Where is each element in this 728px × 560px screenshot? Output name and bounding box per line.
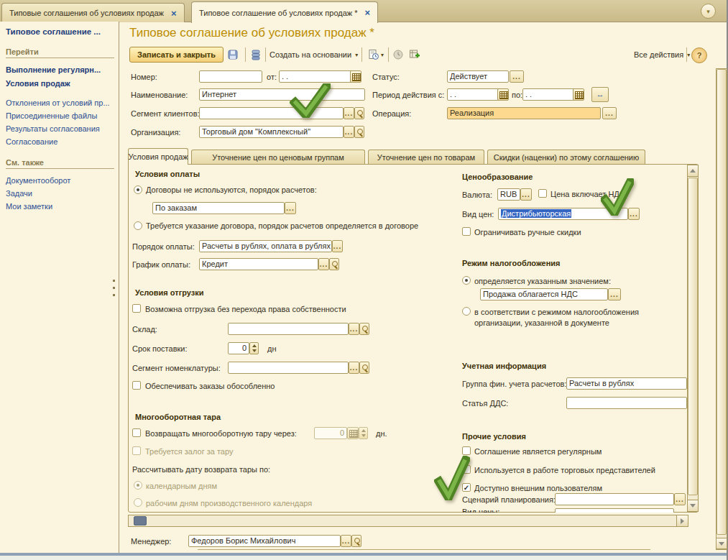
horizontal-scroll-thumb[interactable] bbox=[134, 516, 147, 525]
planning-scenario-select-button[interactable]: ... bbox=[674, 493, 686, 505]
organization-input[interactable]: Торговый дом "Комплексный" bbox=[199, 126, 344, 138]
no-contracts-radio[interactable] bbox=[134, 185, 142, 194]
sidebar-item-approval[interactable]: Согласование bbox=[6, 135, 119, 148]
delivery-term-input[interactable]: 0 bbox=[228, 342, 249, 354]
nomenclature-segment-open-button[interactable] bbox=[359, 362, 369, 374]
organization-select-button[interactable]: ... bbox=[344, 126, 354, 138]
fin-group-input[interactable]: Расчеты в рублях bbox=[566, 377, 687, 390]
all-actions-button[interactable]: Все действия ▾ bbox=[634, 47, 690, 63]
save-icon[interactable] bbox=[224, 47, 241, 63]
operation-select-button[interactable]: ... bbox=[602, 107, 617, 119]
window-tab-list[interactable]: Типовые соглашения об условиях продаж × bbox=[1, 3, 185, 22]
sales-reps-checkbox[interactable] bbox=[462, 465, 471, 474]
tab-discounts[interactable]: Скидки (наценки) по этому соглашению bbox=[487, 150, 645, 165]
save-and-close-button[interactable]: Записать и закрыть bbox=[129, 47, 224, 63]
manager-select-button[interactable]: ... bbox=[341, 535, 351, 547]
calendar-days-radio[interactable] bbox=[134, 481, 142, 490]
form-scroll-down-button[interactable] bbox=[716, 538, 727, 549]
payment-schedule-open-button[interactable] bbox=[329, 258, 339, 270]
calculator-button[interactable] bbox=[347, 427, 359, 439]
sidebar-item-deviations[interactable]: Отклонения от условий пр... bbox=[6, 96, 119, 109]
external-users-checkbox[interactable]: ✓ bbox=[462, 483, 471, 492]
settlement-order-input[interactable]: По заказам bbox=[152, 202, 285, 214]
panel-horizontal-scrollbar[interactable] bbox=[128, 515, 688, 527]
planning-scenario-input[interactable] bbox=[555, 493, 674, 505]
sidebar-item-sale-conditions[interactable]: Условия продаж bbox=[6, 77, 119, 91]
dds-item-input[interactable] bbox=[566, 397, 687, 409]
tax-value-input[interactable]: Продажа облагается НДС bbox=[480, 288, 608, 300]
payment-schedule-input[interactable]: Кредит bbox=[199, 258, 318, 270]
client-segment-select-button[interactable]: ... bbox=[344, 107, 354, 119]
status-input[interactable]: Действует bbox=[447, 70, 509, 83]
sidebar-item-regular-actions[interactable]: Выполнение регулярн... bbox=[6, 63, 119, 77]
help-button[interactable]: ? bbox=[691, 47, 707, 63]
scroll-right-button[interactable] bbox=[676, 515, 688, 527]
sidebar-item-docflow[interactable]: Документооборот bbox=[6, 174, 119, 187]
sidebar-item-attached-files[interactable]: Присоединенные файлы bbox=[6, 109, 119, 122]
container-deposit-checkbox[interactable] bbox=[132, 446, 141, 455]
tax-by-value-radio[interactable] bbox=[462, 276, 471, 285]
name-input[interactable]: Интернет bbox=[199, 88, 365, 101]
tab-list-dropdown-button[interactable]: ▾ bbox=[701, 4, 716, 19]
window-tab-current[interactable]: Типовое соглашение об условиях продаж * … bbox=[191, 1, 378, 23]
nomenclature-segment-input[interactable] bbox=[228, 362, 349, 374]
calendar-button[interactable] bbox=[350, 70, 361, 83]
scroll-down-button[interactable] bbox=[687, 500, 699, 512]
nomenclature-segment-select-button[interactable]: ... bbox=[349, 362, 359, 374]
separate-orders-checkbox[interactable] bbox=[132, 381, 141, 390]
manager-input[interactable]: Федоров Борис Михайлович bbox=[188, 535, 341, 547]
sidebar-item-tasks[interactable]: Задачи bbox=[6, 187, 119, 200]
document-history-icon[interactable]: ▾ bbox=[365, 47, 387, 63]
tab-sale-conditions[interactable]: Условия продаж bbox=[128, 148, 188, 165]
payment-order-select-button[interactable]: ... bbox=[332, 240, 343, 252]
period-from-input[interactable]: . . bbox=[447, 88, 509, 101]
tax-by-org-radio[interactable] bbox=[462, 307, 471, 316]
calendar-button[interactable] bbox=[497, 88, 509, 101]
period-range-button[interactable]: ↔ bbox=[591, 87, 609, 102]
close-tab-icon[interactable]: × bbox=[365, 8, 371, 17]
period-to-input[interactable]: . . bbox=[522, 88, 584, 101]
tax-value-select-button[interactable]: ... bbox=[608, 288, 621, 300]
create-on-basis-button[interactable]: Создать на основании ▾ bbox=[269, 47, 358, 63]
client-segment-input[interactable] bbox=[199, 107, 344, 119]
price-type-input[interactable]: Дистрибьюторская bbox=[498, 208, 628, 220]
return-container-stepper[interactable] bbox=[359, 427, 368, 439]
scroll-up-button[interactable] bbox=[687, 165, 699, 177]
settlement-order-select-button[interactable]: ... bbox=[285, 202, 296, 214]
manager-open-button[interactable] bbox=[351, 535, 361, 547]
work-days-radio[interactable] bbox=[134, 498, 142, 507]
currency-input[interactable]: RUB bbox=[497, 188, 520, 201]
warehouse-select-button[interactable]: ... bbox=[349, 323, 359, 335]
subordination-structure-icon[interactable] bbox=[407, 47, 423, 63]
payment-order-input[interactable]: Расчеты в рублях, оплата в рублях bbox=[199, 240, 332, 252]
sidebar-item-my-notes[interactable]: Мои заметки bbox=[6, 200, 119, 213]
price-includes-vat-checkbox[interactable] bbox=[538, 189, 547, 198]
date-input[interactable]: . . bbox=[279, 70, 361, 83]
payment-schedule-select-button[interactable]: ... bbox=[318, 258, 329, 270]
calendar-button[interactable] bbox=[573, 88, 584, 101]
vertical-scroll-thumb[interactable] bbox=[688, 178, 698, 495]
return-container-days-input[interactable]: 0 bbox=[314, 427, 347, 439]
contract-required-radio[interactable] bbox=[134, 221, 142, 230]
organization-open-button[interactable] bbox=[354, 126, 364, 138]
client-segment-open-button[interactable] bbox=[354, 107, 364, 119]
close-tab-icon[interactable]: × bbox=[171, 9, 177, 18]
delivery-term-stepper[interactable] bbox=[249, 342, 259, 354]
no-ownership-transfer-checkbox[interactable] bbox=[132, 304, 141, 313]
number-input[interactable] bbox=[199, 70, 262, 83]
form-scroll-thumb[interactable] bbox=[717, 69, 727, 535]
tab-goods-prices[interactable]: Уточнение цен по товарам bbox=[368, 150, 484, 165]
warehouse-open-button[interactable] bbox=[359, 323, 369, 335]
tab-price-groups[interactable]: Уточнение цен по ценовым группам bbox=[191, 150, 365, 165]
price-type-select-button[interactable]: ... bbox=[628, 208, 640, 220]
limit-manual-discounts-checkbox[interactable] bbox=[462, 227, 471, 236]
return-container-checkbox[interactable] bbox=[132, 428, 141, 437]
warehouse-input[interactable] bbox=[228, 323, 349, 335]
regular-agreement-checkbox[interactable] bbox=[462, 446, 471, 455]
currency-select-button[interactable]: ... bbox=[520, 188, 532, 201]
operation-input[interactable]: Реализация bbox=[447, 107, 601, 119]
status-select-button[interactable]: ... bbox=[510, 70, 524, 83]
post-document-icon[interactable] bbox=[248, 47, 264, 63]
price-kind-input-clipped[interactable] bbox=[555, 508, 674, 513]
clock-icon[interactable] bbox=[390, 47, 406, 63]
